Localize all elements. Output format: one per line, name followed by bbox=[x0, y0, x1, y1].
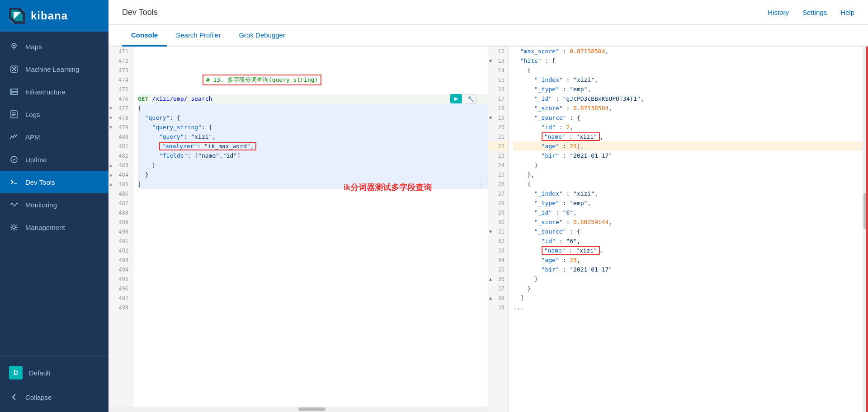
sidebar-item-apm[interactable]: APM bbox=[0, 126, 108, 148]
out-27: "_index" : "xizi", bbox=[513, 189, 863, 198]
tab-console[interactable]: Console bbox=[122, 25, 167, 47]
sidebar-item-apm-label: APM bbox=[25, 133, 40, 141]
avatar: D bbox=[9, 366, 23, 379]
oln-18: 18 bbox=[488, 103, 508, 113]
machine-learning-icon bbox=[9, 64, 19, 74]
tabs-bar: Console Search Profiler Grok Debugger bbox=[108, 25, 868, 47]
management-icon bbox=[9, 222, 19, 232]
ln-477: 477▼ bbox=[108, 103, 133, 113]
ln-488: 488 bbox=[108, 208, 133, 217]
sidebar-item-maps[interactable]: Maps bbox=[0, 35, 108, 58]
sidebar-item-management[interactable]: Management bbox=[0, 216, 108, 239]
sidebar-item-dev-tools[interactable]: Dev Tools bbox=[0, 171, 108, 193]
oln-36: 36▲ bbox=[488, 274, 508, 284]
ln-489: 489 bbox=[108, 217, 133, 227]
code-line-475 bbox=[138, 84, 488, 94]
svg-point-5 bbox=[13, 45, 15, 47]
oln-39: 39 bbox=[488, 303, 508, 312]
out-29: "_id" : "6", bbox=[513, 208, 863, 217]
oln-32: 32 bbox=[488, 236, 508, 246]
sidebar-item-machine-learning[interactable]: Machine Learning bbox=[0, 58, 108, 80]
sidebar-item-monitoring[interactable]: Monitoring bbox=[0, 193, 108, 216]
ln-479: 479▼ bbox=[108, 122, 133, 132]
oln-37: 37 bbox=[488, 284, 508, 293]
ln-487: 487 bbox=[108, 198, 133, 208]
code-line-490 bbox=[138, 227, 488, 236]
tab-grok-debugger[interactable]: Grok Debugger bbox=[230, 25, 294, 47]
code-line-498 bbox=[138, 303, 488, 312]
logs-icon bbox=[9, 109, 19, 119]
ln-482: 482 bbox=[108, 151, 133, 160]
devtools-title: Dev Tools bbox=[122, 8, 158, 17]
oln-31: 31▼ bbox=[488, 227, 508, 236]
code-line-491 bbox=[138, 236, 488, 246]
code-line-480: "query": "xizi", bbox=[138, 132, 488, 141]
code-content[interactable]: # 13. 多字段分词查询(query_string) GET /xizi/em… bbox=[133, 47, 488, 407]
out-28: "_type" : "emp", bbox=[513, 198, 863, 208]
sidebar-item-ml-label: Machine Learning bbox=[25, 66, 79, 73]
oln-17: 17 bbox=[488, 94, 508, 103]
code-line-497 bbox=[138, 293, 488, 303]
ln-491: 491 bbox=[108, 236, 133, 246]
out-19: "_source" : { bbox=[513, 113, 863, 122]
oln-23: 23 bbox=[488, 151, 508, 160]
out-20: "id" : 2, bbox=[513, 122, 863, 132]
out-21: "name" : "xizi", bbox=[513, 132, 863, 141]
oln-12: 12 bbox=[488, 47, 508, 56]
ln-490: 490 bbox=[108, 227, 133, 236]
oln-24: 24 bbox=[488, 160, 508, 170]
content-area: Dev Tools History Settings Help Console … bbox=[108, 0, 868, 412]
out-23: "bir" : "2021-01-17" bbox=[513, 151, 863, 160]
code-line-477: { bbox=[138, 103, 488, 113]
code-line-476: GET /xizi/emp/_search ▶ 🔧 bbox=[138, 94, 488, 103]
main-layout: kibana Maps bbox=[0, 0, 868, 412]
out-12: "max_score" : 0.87138504, bbox=[513, 47, 863, 56]
out-34: "age" : 23, bbox=[513, 255, 863, 265]
sidebar-item-collapse[interactable]: Collapse bbox=[0, 386, 108, 408]
code-line-474: # 13. 多字段分词查询(query_string) bbox=[138, 75, 488, 84]
oln-35: 35 bbox=[488, 265, 508, 274]
oln-25: 25 bbox=[488, 170, 508, 179]
header-actions: History Settings Help bbox=[768, 9, 854, 16]
kibana-logo-icon bbox=[9, 8, 25, 24]
sidebar: kibana Maps bbox=[0, 0, 108, 412]
settings-button[interactable]: Settings bbox=[802, 9, 827, 16]
out-26: { bbox=[513, 179, 863, 189]
sidebar-item-default[interactable]: D Default bbox=[0, 360, 108, 386]
editor-panel[interactable]: 471 472 473 474 475 476 477▼ 478▼ 479▼ 4… bbox=[108, 47, 488, 412]
ln-481: 481 bbox=[108, 141, 133, 151]
run-button[interactable]: ▶ bbox=[450, 94, 462, 103]
sidebar-item-logs[interactable]: Logs bbox=[0, 103, 108, 126]
scrollbar-thumb-red bbox=[866, 47, 868, 412]
devtools-header: Dev Tools History Settings Help bbox=[108, 0, 868, 25]
oln-14: 14 bbox=[488, 66, 508, 75]
ln-484: 484▲ bbox=[108, 170, 133, 179]
sidebar-item-infra-label: Infrastructure bbox=[25, 88, 65, 96]
sidebar-item-maps-label: Maps bbox=[25, 43, 42, 51]
sidebar-logo[interactable]: kibana bbox=[0, 0, 108, 32]
sidebar-item-uptime[interactable]: Uptime bbox=[0, 148, 108, 171]
code-line-493 bbox=[138, 255, 488, 265]
output-scrollbar[interactable] bbox=[863, 47, 868, 412]
oln-22: 22 bbox=[488, 141, 508, 151]
code-line-482: "fields": ["name","id"] bbox=[138, 151, 488, 160]
editor-horizontal-scrollbar[interactable] bbox=[108, 407, 488, 412]
ln-485: 485▲ bbox=[108, 179, 133, 189]
tab-search-profiler[interactable]: Search Profiler bbox=[167, 25, 230, 47]
uptime-icon bbox=[9, 154, 19, 164]
out-35: "bir" : "2021-01-17" bbox=[513, 265, 863, 274]
sidebar-item-devtools-label: Dev Tools bbox=[25, 178, 55, 186]
maps-icon bbox=[9, 42, 19, 52]
out-16: "_type" : "emp", bbox=[513, 84, 863, 94]
svg-point-14 bbox=[11, 90, 12, 91]
help-button[interactable]: Help bbox=[840, 9, 854, 16]
svg-point-9 bbox=[12, 70, 14, 71]
settings-wrench-button[interactable]: 🔧 bbox=[465, 94, 476, 103]
out-13: "hits" : [ bbox=[513, 56, 863, 66]
output-line-numbers: 12 13▼ 14 15 16 17 18 19▼ 20 21 22 23 24… bbox=[488, 47, 509, 412]
code-line-486 bbox=[138, 189, 488, 198]
sidebar-item-infrastructure[interactable]: Infrastructure bbox=[0, 80, 108, 103]
history-button[interactable]: History bbox=[768, 9, 789, 16]
sidebar-bottom: D Default Collapse bbox=[0, 356, 108, 412]
ln-480: 480 bbox=[108, 132, 133, 141]
